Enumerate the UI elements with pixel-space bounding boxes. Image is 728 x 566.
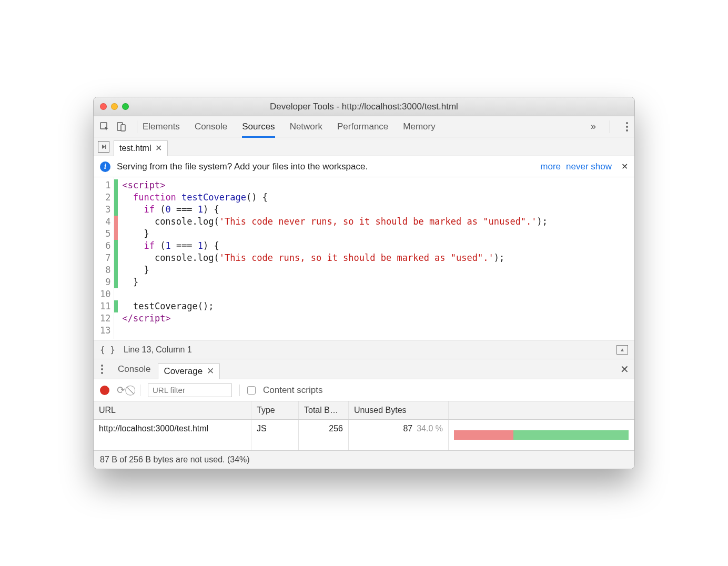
code-line[interactable]: <script> [122,179,634,191]
cell-unused: 8734.0 % [349,420,449,450]
coverage-footer: 87 B of 256 B bytes are not used. (34%) [94,450,634,469]
toolbar-separator [137,120,137,133]
code-editor[interactable]: 12345678910111213 <script> function test… [94,177,634,340]
main-tab-memory[interactable]: Memory [403,116,435,137]
col-type[interactable]: Type [251,401,299,419]
minimize-window-button[interactable] [111,103,118,110]
line-number[interactable]: 7 [100,252,110,264]
cursor-position: Line 13, Column 1 [124,345,192,355]
coverage-marker [114,228,118,240]
coverage-marker [114,300,118,312]
coverage-marker [114,264,118,276]
main-tab-console[interactable]: Console [195,116,227,137]
drawer-tab-coverage[interactable]: Coverage✕ [158,363,220,379]
code-line[interactable] [122,325,634,337]
code-line[interactable]: console.log('This code never runs, so it… [122,216,634,228]
separator [239,385,240,396]
line-number[interactable]: 10 [100,288,110,300]
device-toolbar-icon[interactable] [115,120,128,134]
drawer-tab-console[interactable]: Console [113,361,156,377]
separator [140,385,140,396]
line-number-gutter: 12345678910111213 [94,177,114,339]
coverage-marker [114,216,118,228]
col-url[interactable]: URL [94,401,251,419]
infobar-never-show-link[interactable]: never show [566,161,612,172]
window-title: Developer Tools - http://localhost:3000/… [100,102,628,112]
col-bar [449,401,634,419]
editor-status-bar: { } Line 13, Column 1 ▲ [94,340,634,359]
more-tabs-button[interactable]: » [591,121,596,132]
code-line[interactable]: if (1 === 1) { [122,240,634,252]
svg-rect-2 [121,125,125,131]
coverage-marker [114,179,118,191]
code-line[interactable]: } [122,228,634,240]
inspect-element-icon[interactable] [98,120,112,134]
show-navigator-button[interactable] [98,141,109,153]
code-line[interactable]: </script> [122,312,634,325]
code-line[interactable]: console.log('This code runs, so it shoul… [122,252,634,264]
cell-url: http://localhost:3000/test.html [94,420,251,450]
file-tab-test-html[interactable]: test.html ✕ [114,140,168,156]
devtools-window: Developer Tools - http://localhost:3000/… [93,97,635,469]
close-drawer-tab-icon[interactable]: ✕ [207,366,214,377]
svg-rect-3 [105,145,106,149]
code-line[interactable]: function testCoverage() { [122,191,634,204]
cell-total: 256 [299,420,349,450]
coverage-marker [114,252,118,264]
code-line[interactable]: } [122,276,634,288]
main-tab-sources[interactable]: Sources [242,116,275,137]
workspace-infobar: i Serving from the file system? Add your… [94,156,634,177]
main-tab-performance[interactable]: Performance [337,116,388,137]
code-line[interactable] [122,288,634,300]
coverage-table-header: URL Type Total B… Unused Bytes [94,401,634,420]
coverage-gutter [114,177,118,339]
code-line[interactable]: testCoverage(); [122,300,634,312]
cell-type: JS [251,420,299,450]
line-number[interactable]: 5 [100,228,110,240]
reload-icon[interactable]: ⟳ [117,384,125,396]
col-unused[interactable]: Unused Bytes [349,401,449,419]
coverage-row[interactable]: http://localhost:3000/test.htmlJS2568734… [94,420,634,450]
content-scripts-label: Content scripts [263,385,322,396]
toolbar-separator [610,120,610,133]
titlebar: Developer Tools - http://localhost:3000/… [94,97,634,116]
code-content[interactable]: <script> function testCoverage() { if (0… [118,177,634,339]
pretty-print-button[interactable]: { } [100,345,115,355]
code-line[interactable]: if (0 === 1) { [122,204,634,216]
line-number[interactable]: 9 [100,276,110,288]
line-number[interactable]: 4 [100,216,110,228]
cell-bar [449,420,634,450]
coverage-marker [114,325,118,337]
line-number[interactable]: 3 [100,204,110,216]
line-number[interactable]: 1 [100,179,110,191]
close-window-button[interactable] [100,103,107,110]
line-number[interactable]: 13 [100,325,110,337]
zoom-window-button[interactable] [122,103,129,110]
settings-menu-button[interactable] [624,120,630,134]
file-tab-label: test.html [119,144,151,153]
close-drawer-icon[interactable]: ✕ [620,363,629,376]
infobar-more-link[interactable]: more [540,161,561,172]
coverage-marker [114,312,118,325]
line-number[interactable]: 11 [100,300,110,312]
url-filter-input[interactable] [148,383,232,397]
line-number[interactable]: 12 [100,312,110,325]
infobar-close-icon[interactable]: ✕ [621,161,628,171]
line-number[interactable]: 2 [100,191,110,204]
line-number[interactable]: 6 [100,240,110,252]
drawer-menu-button[interactable] [99,362,105,376]
show-console-button[interactable]: ▲ [616,345,628,355]
infobar-text: Serving from the file system? Add your f… [117,161,368,172]
line-number[interactable]: 8 [100,264,110,276]
main-tab-network[interactable]: Network [290,116,322,137]
drawer-tab-bar: ConsoleCoverage✕ ✕ [94,359,634,379]
col-total[interactable]: Total B… [299,401,349,419]
code-line[interactable]: } [122,264,634,276]
coverage-marker [114,240,118,252]
content-scripts-checkbox[interactable] [247,386,256,395]
main-tab-elements[interactable]: Elements [143,116,180,137]
close-tab-icon[interactable]: ✕ [155,143,162,153]
record-button[interactable] [100,386,109,395]
file-tab-bar: test.html ✕ [94,137,634,156]
info-icon: i [100,161,110,172]
